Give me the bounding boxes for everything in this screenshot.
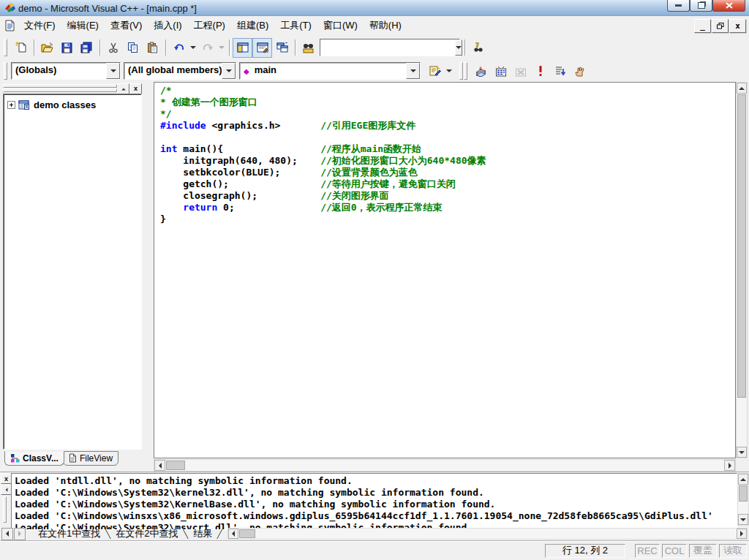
output-vertical-scrollbar[interactable] [737, 473, 749, 526]
code-text: setbkcolor(BLUE); [160, 167, 320, 178]
execute-program-button[interactable] [530, 61, 550, 81]
scrollbar-thumb[interactable] [739, 485, 748, 502]
arrow-down-icon [740, 518, 746, 521]
search-help-button[interactable]: ? [468, 38, 488, 58]
menu-item-build[interactable]: 组建(B) [231, 17, 274, 34]
scroll-left-button[interactable] [228, 529, 238, 539]
output-tab-find-in-files-1[interactable]: 在文件1中查找 [31, 527, 108, 540]
find-in-files-button[interactable] [298, 38, 318, 58]
menu-item-insert[interactable]: 插入(I) [148, 17, 187, 34]
close-button[interactable] [712, 0, 745, 12]
output-grip[interactable] [3, 496, 7, 523]
output-tab-find-in-files-2[interactable]: 在文件2中查找 [108, 527, 185, 540]
scrollbar-thumb[interactable] [166, 461, 185, 470]
toolbar-separator [229, 39, 230, 56]
menu-item-help[interactable]: 帮助(H) [364, 17, 407, 34]
toolbar-grip[interactable] [459, 62, 463, 80]
open-file-button[interactable] [37, 38, 57, 58]
menu-item-file[interactable]: 文件(F) [18, 17, 61, 34]
toolbar-separator [34, 39, 34, 56]
save-all-button[interactable] [77, 38, 97, 58]
scroll-up-button[interactable] [737, 83, 747, 94]
copy-button[interactable] [123, 38, 143, 58]
paste-button[interactable] [143, 38, 162, 58]
breakpoint-hand-button[interactable] [570, 61, 590, 81]
output-tab-results[interactable]: 结果 [186, 527, 219, 540]
find-combo-input[interactable] [320, 39, 455, 56]
scrollbar-thumb[interactable] [737, 94, 746, 398]
menu-item-edit[interactable]: 编辑(E) [61, 17, 105, 34]
restore-button[interactable] [690, 0, 712, 12]
stop-build-icon [515, 66, 527, 77]
tab-fileview-label: FileView [80, 453, 113, 463]
wizard-action-button[interactable] [425, 61, 445, 81]
toolbar-separator [295, 39, 296, 56]
scroll-down-button[interactable] [738, 514, 748, 525]
filter-combo-value[interactable]: (All global members) [124, 63, 222, 79]
workspace-collapse-button[interactable] [117, 83, 129, 94]
save-button[interactable] [57, 38, 77, 58]
undo-dropdown[interactable] [189, 39, 197, 57]
toggle-output-button[interactable] [252, 38, 272, 58]
cut-button[interactable] [103, 38, 123, 58]
toolbar-grip[interactable] [4, 62, 7, 80]
minimize-button[interactable] [667, 0, 690, 12]
classview-tree[interactable]: demo classes [3, 94, 142, 450]
filter-combo-dropdown[interactable] [222, 63, 236, 79]
menu-item-project[interactable]: 工程(P) [188, 17, 231, 34]
toolbar-separator [99, 39, 100, 56]
code-editor[interactable]: /** 创建第一个图形窗口*/#include <graphics.h>//引用… [154, 82, 736, 458]
code-token: setbkcolor(BLUE); [160, 167, 280, 178]
workspace-close-button[interactable]: x [129, 83, 142, 94]
redo-button[interactable] [197, 38, 217, 58]
undo-button[interactable] [169, 38, 189, 58]
go-debug-button[interactable] [550, 61, 570, 81]
toolbar-grip[interactable] [464, 62, 467, 80]
workspace-window-icon [237, 42, 249, 53]
wizard-action-dropdown[interactable] [445, 62, 453, 80]
editor-horizontal-scrollbar[interactable] [154, 459, 736, 472]
scroll-down-button[interactable] [737, 447, 747, 458]
mdi-minimize-button[interactable]: _ [694, 19, 711, 33]
tree-root-label[interactable]: demo classes [34, 99, 96, 110]
editor-vertical-scrollbar[interactable] [736, 82, 748, 458]
new-file-button[interactable] [11, 38, 31, 58]
menu-item-view[interactable]: 查看(V) [105, 17, 148, 34]
cut-icon [108, 42, 118, 53]
mdi-close-button[interactable]: x [729, 19, 746, 33]
code-token: #include [160, 120, 206, 131]
output-horizontal-scrollbar[interactable] [227, 528, 748, 540]
redo-dropdown[interactable] [217, 39, 226, 57]
output-expand-button[interactable] [1, 485, 12, 495]
arrow-down-icon [739, 451, 745, 454]
menu-item-tools[interactable]: 工具(T) [274, 17, 317, 34]
mdi-restore-button[interactable] [712, 19, 729, 33]
member-combo-dropdown[interactable] [406, 63, 420, 79]
scroll-right-button[interactable] [737, 529, 747, 539]
workspace-grip[interactable]: x [3, 83, 142, 91]
tab-scroll-left-button[interactable] [1, 528, 13, 540]
member-combo-value[interactable]: main [251, 63, 406, 79]
tab-fileview[interactable]: FileView [63, 451, 118, 466]
output-text[interactable]: Loaded 'ntdll.dll', no matching symbolic… [11, 473, 737, 530]
menu-item-window[interactable]: 窗口(W) [317, 17, 364, 34]
expand-plus-icon[interactable] [7, 101, 15, 109]
toggle-workspace-button[interactable] [233, 38, 252, 58]
window-list-button[interactable] [272, 38, 292, 58]
undo-icon [173, 42, 185, 53]
scrollbar-thumb[interactable] [239, 529, 255, 538]
scroll-up-button[interactable] [738, 474, 748, 485]
output-close-button[interactable]: x [1, 474, 12, 484]
tree-root-row[interactable]: demo classes [7, 99, 138, 110]
find-combo-dropdown[interactable] [455, 39, 462, 56]
tab-classview[interactable]: ClassV... [4, 451, 64, 466]
toolbar-grip[interactable] [4, 39, 7, 56]
scope-combo-value[interactable]: (Globals) [12, 63, 106, 79]
scroll-right-button[interactable] [724, 460, 735, 471]
tab-scroll-right-button[interactable] [14, 528, 26, 540]
scope-combo-dropdown[interactable] [106, 63, 120, 79]
stop-build-button[interactable] [511, 61, 530, 81]
build-button[interactable] [491, 61, 511, 81]
compile-button[interactable] [471, 61, 491, 81]
scroll-left-button[interactable] [154, 460, 165, 471]
